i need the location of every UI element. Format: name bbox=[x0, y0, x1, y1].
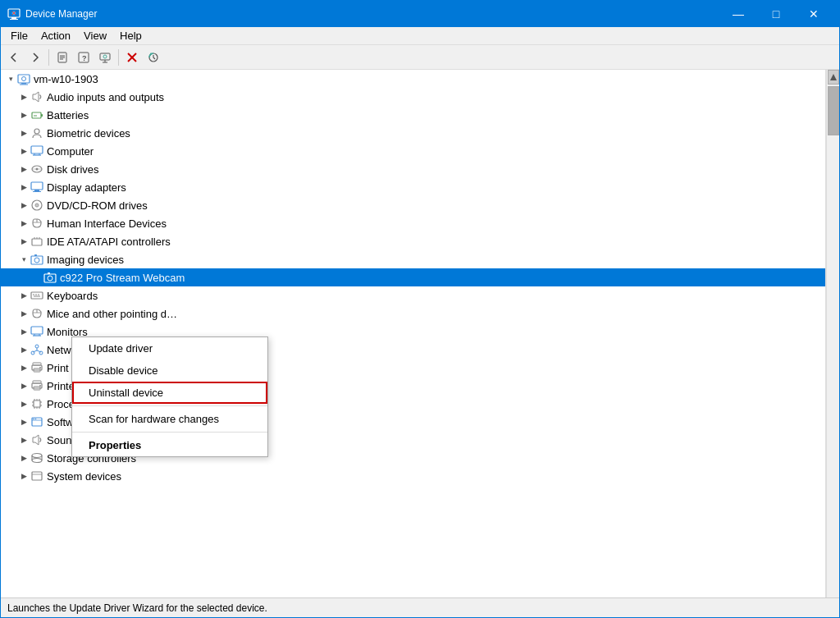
hid-icon bbox=[30, 217, 43, 230]
svg-marker-93 bbox=[33, 435, 39, 445]
vertical-scrollbar[interactable] bbox=[826, 70, 839, 597]
biometric-label: Biometric devices bbox=[47, 127, 130, 140]
sound-expander[interactable]: ▶ bbox=[17, 433, 30, 446]
tree-item-system[interactable]: ▶ System devices bbox=[1, 467, 825, 485]
svg-point-91 bbox=[33, 419, 34, 420]
webcam-label: c922 Pro Stream Webcam bbox=[60, 272, 185, 284]
svg-point-94 bbox=[32, 454, 42, 458]
scrollbar-thumb[interactable] bbox=[828, 86, 839, 135]
svg-rect-20 bbox=[20, 85, 28, 85]
ctx-disable-device[interactable]: Disable device bbox=[72, 359, 267, 382]
tree-item-biometric[interactable]: ▶ Biometric devices bbox=[1, 124, 825, 142]
audio-expander[interactable]: ▶ bbox=[17, 90, 30, 103]
svg-point-27 bbox=[34, 129, 39, 134]
context-menu: Update driver Disable device Uninstall d… bbox=[71, 336, 268, 457]
batteries-label: Batteries bbox=[47, 109, 89, 121]
disk-expander[interactable]: ▶ bbox=[17, 163, 30, 176]
software-expander[interactable]: ▶ bbox=[17, 415, 30, 428]
window-title: Device Manager bbox=[25, 8, 719, 20]
batteries-expander[interactable]: ▶ bbox=[17, 108, 30, 121]
network-icon bbox=[30, 343, 43, 356]
svg-point-13 bbox=[103, 55, 107, 58]
svg-rect-24 bbox=[41, 114, 43, 117]
audio-icon bbox=[30, 90, 43, 103]
update-driver-button[interactable] bbox=[95, 48, 115, 67]
ctx-separator-2 bbox=[72, 432, 267, 433]
svg-point-34 bbox=[36, 168, 39, 171]
ctx-scan-hardware[interactable]: Scan for hardware changes bbox=[72, 408, 267, 430]
tree-item-disk[interactable]: ▶ Disk drives bbox=[1, 160, 825, 178]
ctx-properties[interactable]: Properties bbox=[72, 434, 267, 456]
root-label: vm-w10-1903 bbox=[34, 73, 98, 85]
audio-label: Audio inputs and outputs bbox=[47, 91, 164, 103]
forward-button[interactable] bbox=[25, 48, 45, 67]
remove-device-button[interactable] bbox=[122, 48, 142, 67]
tree-item-imaging[interactable]: ▾ Imaging devices bbox=[1, 250, 825, 268]
tree-item-batteries[interactable]: ▶ Batteries bbox=[1, 106, 825, 124]
computer-label: Computer bbox=[47, 145, 94, 158]
computer-expander[interactable]: ▶ bbox=[17, 144, 30, 158]
help-button[interactable]: ? bbox=[74, 48, 94, 67]
network-expander[interactable]: ▶ bbox=[17, 343, 30, 356]
svg-rect-35 bbox=[31, 182, 43, 190]
tree-item-hid[interactable]: ▶ Human Interface Devices bbox=[1, 214, 825, 232]
tree-root[interactable]: ▾ vm-w10-1903 bbox=[1, 70, 825, 88]
tree-item-display[interactable]: ▶ Display adapters bbox=[1, 178, 825, 196]
hid-expander[interactable]: ▶ bbox=[17, 217, 30, 230]
monitors-expander[interactable]: ▶ bbox=[17, 325, 30, 338]
svg-rect-78 bbox=[34, 401, 40, 407]
tree-item-keyboards[interactable]: ▶ Keyboards bbox=[1, 286, 825, 304]
display-expander[interactable]: ▶ bbox=[17, 181, 30, 194]
root-icon bbox=[17, 72, 30, 85]
back-button[interactable] bbox=[4, 48, 24, 67]
ctx-update-driver[interactable]: Update driver bbox=[72, 337, 267, 359]
maximize-button[interactable]: □ bbox=[757, 1, 795, 27]
svg-text:?: ? bbox=[82, 54, 87, 62]
imaging-expander[interactable]: ▾ bbox=[17, 253, 30, 266]
scrollbar-up-arrow[interactable] bbox=[828, 70, 839, 85]
mice-expander[interactable]: ▶ bbox=[17, 307, 30, 320]
print-queues-expander[interactable]: ▶ bbox=[17, 361, 30, 374]
printers-expander[interactable]: ▶ bbox=[17, 379, 30, 392]
main-area: ▾ vm-w10-1903 ▶ bbox=[1, 70, 839, 597]
storage-expander[interactable]: ▶ bbox=[17, 451, 30, 465]
minimize-button[interactable]: — bbox=[719, 1, 757, 27]
imaging-icon bbox=[30, 253, 43, 266]
svg-point-64 bbox=[35, 345, 39, 348]
menu-help[interactable]: Help bbox=[113, 28, 148, 43]
tree-item-audio[interactable]: ▶ Audio inputs and outputs bbox=[1, 88, 825, 106]
imaging-label: Imaging devices bbox=[47, 254, 124, 266]
root-expander[interactable]: ▾ bbox=[4, 72, 17, 85]
svg-rect-1 bbox=[11, 17, 16, 19]
keyboards-expander[interactable]: ▶ bbox=[17, 289, 30, 302]
tree-item-ide[interactable]: ▶ IDE ATA/ATAPI controllers bbox=[1, 232, 825, 250]
system-expander[interactable]: ▶ bbox=[17, 469, 30, 483]
tree-item-mice[interactable]: ▶ Mice and other pointing d… bbox=[1, 304, 825, 323]
menu-file[interactable]: File bbox=[4, 28, 34, 43]
ctx-uninstall-device[interactable]: Uninstall device bbox=[72, 382, 267, 404]
biometric-expander[interactable]: ▶ bbox=[17, 126, 30, 140]
window-controls: — □ ✕ bbox=[719, 1, 833, 27]
dvd-expander[interactable]: ▶ bbox=[17, 199, 30, 212]
mice-label: Mice and other pointing d… bbox=[47, 308, 177, 320]
svg-rect-10 bbox=[100, 53, 110, 60]
display-icon bbox=[30, 181, 43, 194]
tree-item-dvd[interactable]: ▶ DVD/CD-ROM drives bbox=[1, 196, 825, 214]
storage-icon bbox=[30, 451, 43, 465]
webcam-icon bbox=[43, 271, 57, 284]
svg-marker-100 bbox=[830, 74, 837, 80]
menu-view[interactable]: View bbox=[77, 28, 113, 43]
dvd-label: DVD/CD-ROM drives bbox=[47, 199, 148, 212]
ide-icon bbox=[30, 235, 43, 248]
processors-expander[interactable]: ▶ bbox=[17, 397, 30, 410]
scan-button[interactable] bbox=[144, 48, 163, 67]
separator-1 bbox=[48, 49, 49, 66]
menu-action[interactable]: Action bbox=[34, 28, 77, 43]
tree-item-computer[interactable]: ▶ Computer bbox=[1, 142, 825, 160]
ide-expander[interactable]: ▶ bbox=[17, 235, 30, 248]
close-button[interactable]: ✕ bbox=[795, 1, 833, 27]
tree-item-webcam[interactable]: c922 Pro Stream Webcam bbox=[1, 268, 825, 286]
properties-button[interactable] bbox=[52, 48, 72, 67]
software-icon bbox=[30, 415, 43, 428]
batteries-icon bbox=[30, 108, 43, 121]
